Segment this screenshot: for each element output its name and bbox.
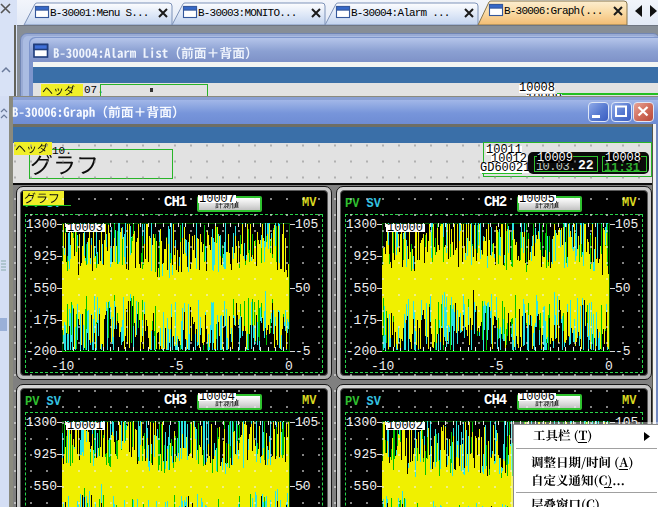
svg-text:B-30004:Alarm ...: B-30004:Alarm ... [351,7,450,19]
svg-text:B-30001:Menu S...: B-30001:Menu S... [50,7,149,19]
svg-text:B-30003:MONITO...: B-30003:MONITO... [198,7,297,19]
svg-text:B-30006:Graph(...: B-30006:Graph(... [504,5,603,17]
